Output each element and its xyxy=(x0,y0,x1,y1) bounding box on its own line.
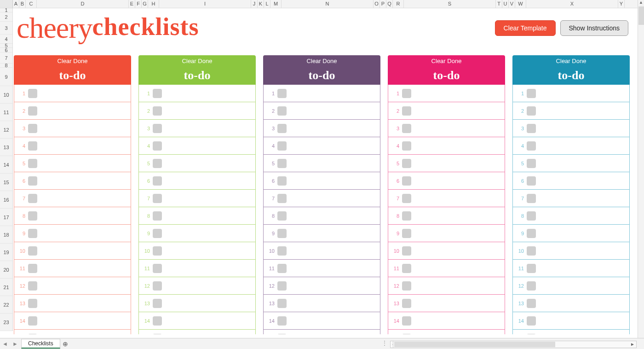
checklist-item[interactable]: 14 xyxy=(264,312,380,330)
checkbox[interactable] xyxy=(527,194,536,203)
column-header[interactable]: L xyxy=(264,0,270,8)
horizontal-scroll-thumb[interactable] xyxy=(394,342,555,347)
checklist-item[interactable]: 3 xyxy=(139,120,255,137)
tab-split-handle[interactable]: ⋮ xyxy=(382,340,388,346)
checkbox[interactable] xyxy=(527,176,536,186)
checklist-item[interactable]: 6 xyxy=(139,172,255,190)
checklist-item[interactable]: 6 xyxy=(264,172,380,190)
row-header[interactable]: 22 xyxy=(0,296,12,314)
checkbox[interactable] xyxy=(28,106,37,116)
checkbox[interactable] xyxy=(277,229,287,238)
checkbox[interactable] xyxy=(28,334,37,335)
checkbox[interactable] xyxy=(527,316,536,326)
checklist-item[interactable]: 9 xyxy=(139,225,255,242)
checkbox[interactable] xyxy=(153,194,162,203)
column-header[interactable]: V xyxy=(509,0,515,8)
checklist-item[interactable]: 6 xyxy=(388,172,505,190)
column-header[interactable]: J xyxy=(251,0,258,8)
checklist-item[interactable]: 13 xyxy=(264,295,380,312)
add-sheet-button[interactable]: ⊕ xyxy=(60,340,70,348)
checklist-item[interactable]: 5 xyxy=(14,155,131,172)
checklist-item[interactable]: 1 xyxy=(513,85,629,102)
checklist-item[interactable]: 11 xyxy=(388,260,505,277)
checkbox[interactable] xyxy=(277,194,287,203)
checklist-item[interactable]: 14 xyxy=(513,312,629,330)
checkbox[interactable] xyxy=(28,141,37,151)
column-header[interactable]: S xyxy=(404,0,496,8)
row-header[interactable]: 19 xyxy=(0,244,12,261)
checklist-item[interactable]: 4 xyxy=(139,137,255,155)
checkbox[interactable] xyxy=(153,299,162,308)
checkbox[interactable] xyxy=(28,124,37,133)
checkbox[interactable] xyxy=(277,176,287,186)
checkbox[interactable] xyxy=(402,141,411,151)
checklist-item[interactable]: 13 xyxy=(513,295,629,312)
checkbox[interactable] xyxy=(28,159,37,168)
checkbox[interactable] xyxy=(153,106,162,116)
show-instructions-button[interactable]: Show Instructions xyxy=(560,20,629,36)
clear-done-button[interactable]: Clear Done xyxy=(138,55,256,66)
column-header[interactable]: T xyxy=(496,0,502,8)
checkbox[interactable] xyxy=(402,316,411,326)
checklist-item[interactable]: 10 xyxy=(388,242,505,260)
column-header[interactable]: Y xyxy=(618,0,625,8)
checkbox[interactable] xyxy=(402,159,411,168)
checkbox[interactable] xyxy=(28,194,37,203)
checklist-item[interactable]: 7 xyxy=(264,190,380,207)
checklist-item[interactable]: 6 xyxy=(513,172,629,190)
checkbox[interactable] xyxy=(277,334,287,335)
checkbox[interactable] xyxy=(28,264,37,273)
checkbox[interactable] xyxy=(277,281,287,291)
checkbox[interactable] xyxy=(277,264,287,273)
checkbox[interactable] xyxy=(153,229,162,238)
checklist-item[interactable]: 8 xyxy=(388,207,505,225)
checklist-item[interactable]: 9 xyxy=(388,225,505,242)
checklist-item[interactable]: 3 xyxy=(513,120,629,137)
row-header[interactable]: 10 xyxy=(0,86,12,104)
checklist-item[interactable]: 15 xyxy=(139,330,255,334)
row-header[interactable]: 1 xyxy=(0,8,12,12)
checkbox[interactable] xyxy=(277,89,287,98)
column-header[interactable]: U xyxy=(502,0,509,8)
row-header[interactable]: 18 xyxy=(0,226,12,244)
checkbox[interactable] xyxy=(527,229,536,238)
checklist-item[interactable]: 13 xyxy=(139,295,255,312)
checklist-item[interactable]: 9 xyxy=(264,225,380,242)
row-header[interactable]: 13 xyxy=(0,139,12,156)
checklist-item[interactable]: 2 xyxy=(513,102,629,120)
checklist-item[interactable]: 4 xyxy=(264,137,380,155)
checkbox[interactable] xyxy=(527,246,536,256)
checkbox[interactable] xyxy=(527,264,536,273)
column-header[interactable]: O xyxy=(374,0,380,8)
checklist-item[interactable]: 1 xyxy=(388,85,505,102)
checkbox[interactable] xyxy=(402,334,411,335)
checkbox[interactable] xyxy=(277,124,287,133)
checklist-item[interactable]: 11 xyxy=(264,260,380,277)
clear-done-button[interactable]: Clear Done xyxy=(388,55,505,66)
checklist-item[interactable]: 6 xyxy=(14,172,131,190)
checkbox[interactable] xyxy=(402,89,411,98)
row-header[interactable]: 9 xyxy=(0,68,12,86)
row-header[interactable]: 16 xyxy=(0,191,12,209)
column-header[interactable]: I xyxy=(159,0,251,8)
checklist-item[interactable]: 3 xyxy=(264,120,380,137)
checkbox[interactable] xyxy=(28,229,37,238)
checklist-item[interactable]: 7 xyxy=(388,190,505,207)
checkbox[interactable] xyxy=(153,246,162,256)
row-header[interactable]: 20 xyxy=(0,261,12,279)
checkbox[interactable] xyxy=(153,124,162,133)
row-header[interactable]: 7 xyxy=(0,52,12,64)
column-header[interactable]: X xyxy=(526,0,618,8)
checklist-item[interactable]: 13 xyxy=(388,295,505,312)
checkbox[interactable] xyxy=(527,159,536,168)
row-header[interactable]: 21 xyxy=(0,279,12,296)
scroll-up-icon[interactable]: ▲ xyxy=(638,0,644,6)
checklist-item[interactable]: 10 xyxy=(264,242,380,260)
checklist-item[interactable]: 4 xyxy=(388,137,505,155)
checklist-item[interactable]: 9 xyxy=(513,225,629,242)
checkbox[interactable] xyxy=(402,229,411,238)
column-header[interactable]: H xyxy=(148,0,159,8)
sheet-tab-checklists[interactable]: Checklists xyxy=(21,339,60,349)
checklist-item[interactable]: 12 xyxy=(264,277,380,295)
checkbox[interactable] xyxy=(277,299,287,308)
